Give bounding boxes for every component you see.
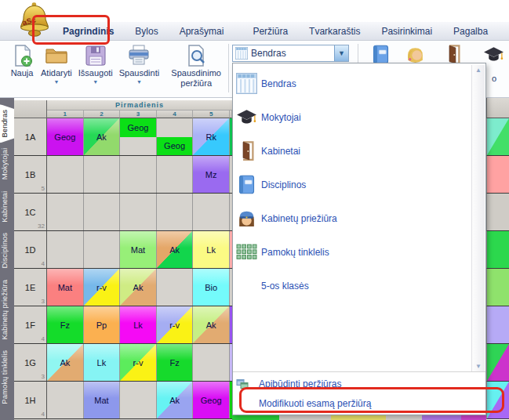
class-row-header[interactable]: 1D4: [14, 231, 47, 268]
timetable-cell[interactable]: Pp: [84, 306, 121, 343]
dropdown-arrow-icon[interactable]: ▼: [93, 79, 98, 85]
timetable-cell[interactable]: r-v: [120, 344, 157, 381]
timetable-cell[interactable]: [120, 382, 157, 418]
lesson-label: Ak: [169, 245, 180, 255]
asc-logo-bell-icon[interactable]: aSc: [16, 1, 53, 40]
timetable-cell[interactable]: [47, 194, 84, 230]
ribbon-tab-pasirinkimai[interactable]: Pasirinkimai: [381, 26, 432, 37]
timetable-cell[interactable]: Mat: [47, 269, 84, 306]
class-row-header[interactable]: 1F4: [14, 306, 47, 343]
timetable-cell[interactable]: [120, 194, 157, 230]
timetable-cell[interactable]: Mz: [193, 156, 230, 193]
timetable-cell[interactable]: [84, 156, 121, 193]
view-option-mokytojai[interactable]: Mokytojai: [233, 100, 470, 134]
printer-icon: [126, 43, 151, 68]
timetable-cell[interactable]: Mat: [120, 231, 157, 268]
timetable-cell[interactable]: Ak: [157, 231, 194, 268]
side-tab-kabinetai[interactable]: Kabinetai: [0, 186, 14, 228]
timetable-cell[interactable]: r-v: [157, 306, 194, 343]
toolbar-button-išsaugoti[interactable]: Išsaugoti▼: [75, 43, 116, 88]
ribbon-tab-peržiūra[interactable]: Peržiūra: [253, 26, 288, 37]
timetable-cell[interactable]: Ak: [157, 382, 194, 418]
timetable-cell[interactable]: Ak: [47, 344, 84, 381]
timetable-cell[interactable]: Mat: [84, 382, 121, 418]
ribbon-tab-aprašymai[interactable]: Aprašymai: [180, 26, 224, 37]
timetable-cell[interactable]: Ak: [84, 118, 121, 155]
side-tab-bendras[interactable]: Bendras: [0, 104, 14, 143]
dropdown-arrow-icon[interactable]: ▼: [53, 79, 59, 85]
timetable-cell[interactable]: Geog: [157, 118, 194, 155]
dropdown-action-modifikuoti-esamą-peržiūrą[interactable]: Modifikuoti esamą peržiūrą: [233, 393, 485, 413]
view-selector-combobox[interactable]: Bendras ▼: [232, 45, 349, 62]
timetable-cell[interactable]: [193, 344, 230, 381]
timetable-cell[interactable]: Ak: [120, 269, 157, 306]
view-option-5-os-klasės[interactable]: 5-os klasės: [233, 269, 470, 302]
class-row-header[interactable]: 1B5: [14, 156, 47, 193]
view-option-bendras[interactable]: Bendras: [233, 67, 470, 100]
dropdown-action-apibūdinti-peržiūras[interactable]: Apibūdinti peržiūras: [233, 374, 485, 393]
timetable-cell[interactable]: [120, 156, 157, 193]
door-icon[interactable]: [442, 44, 464, 65]
toolbar-button-nauja[interactable]: Nauja: [6, 43, 38, 88]
toolbar-button-spausdinimo-peržiūra[interactable]: Spausdinimo peržiūra: [162, 43, 230, 88]
ribbon-tab-bylos[interactable]: Bylos: [135, 26, 158, 37]
timetable-cell[interactable]: [84, 194, 121, 230]
class-row-header[interactable]: 1E3: [14, 269, 47, 306]
subjects-book-icon: [236, 174, 257, 195]
side-tab-mokytojai[interactable]: Mokytojai: [0, 143, 14, 185]
lesson-label: Ak: [206, 320, 216, 330]
timetable-cell[interactable]: [157, 194, 194, 230]
graduation-cap-icon: [236, 107, 257, 128]
timetable-cell[interactable]: [84, 231, 121, 268]
timetable-cell[interactable]: Lk: [120, 306, 157, 343]
scroll-down-arrow-icon[interactable]: ▼: [475, 361, 482, 372]
timetable-cell[interactable]: [157, 269, 194, 306]
graduation-cap-icon[interactable]: [483, 44, 504, 65]
toolbar-button-spausdinti[interactable]: Spausdinti▼: [116, 43, 162, 88]
combobox-dropdown-button[interactable]: ▼: [334, 45, 348, 61]
view-option-kabinetų-priežiūra[interactable]: Kabinetų priežiūra: [233, 201, 470, 235]
timetable-cell[interactable]: Fz: [47, 306, 84, 343]
timetable-cell[interactable]: r-v: [84, 269, 121, 306]
side-tab-pamokų-tinklelis[interactable]: Pamokų tinklelis: [0, 345, 14, 410]
class-row-header[interactable]: 1H4: [14, 382, 47, 418]
dropdown-scrollbar[interactable]: ▲ ▼: [471, 65, 485, 372]
timetable-cell[interactable]: [47, 156, 84, 193]
ribbon-tab-pagalba[interactable]: Pagalba: [453, 26, 488, 37]
scroll-up-arrow-icon[interactable]: ▲: [475, 65, 482, 76]
timetable-cell[interactable]: [47, 382, 84, 418]
timetable-cell[interactable]: Ak: [193, 306, 230, 343]
class-row-header[interactable]: 1C32: [14, 194, 47, 230]
view-option-label: Bendras: [261, 78, 296, 89]
timetable-cell-partial: [486, 344, 509, 382]
timetable-cell[interactable]: Lk: [84, 344, 121, 381]
class-row-header[interactable]: 1G3: [14, 344, 47, 381]
period-number: 5: [193, 110, 230, 118]
subjects-book-icon[interactable]: [370, 44, 391, 65]
timetable-cell[interactable]: Fz: [157, 344, 194, 381]
side-tab-disciplinos[interactable]: Disciplinos: [0, 227, 14, 273]
view-option-kabinetai[interactable]: Kabinetai: [233, 134, 470, 168]
timetable-cell[interactable]: [47, 231, 84, 268]
title-bar: aSc: [0, 0, 509, 22]
ribbon-tab-pagrindinis[interactable]: Pagrindinis: [63, 26, 114, 37]
view-option-disciplinos[interactable]: Disciplinos: [233, 168, 470, 201]
timetable-cell-partial: [386, 415, 422, 420]
timetable-cell[interactable]: Geog: [47, 118, 84, 155]
timetable-cell[interactable]: Geog: [120, 118, 157, 155]
timetable-cell[interactable]: Lk: [193, 231, 230, 268]
timetable-cell[interactable]: [157, 156, 194, 193]
timetable-cell[interactable]: [193, 194, 230, 230]
timetable-cell[interactable]: Bio: [193, 269, 230, 306]
student-icon[interactable]: [405, 44, 426, 65]
timetable-cell[interactable]: Rk: [193, 118, 230, 155]
timetable-cell[interactable]: Geog: [193, 382, 230, 418]
class-row-1c: 1C32: [14, 194, 232, 231]
side-tab-kabinetų-priežiūra[interactable]: Kabinetų priežiūra: [0, 274, 14, 346]
dropdown-arrow-icon[interactable]: ▼: [136, 79, 142, 85]
class-row-header[interactable]: 1A: [14, 118, 47, 155]
open-folder-icon: [44, 43, 69, 68]
view-option-pamokų-tinklelis[interactable]: Pamokų tinklelis: [233, 235, 470, 269]
toolbar-button-atidaryti[interactable]: Atidaryti▼: [38, 43, 75, 88]
ribbon-tab-tvarkaraštis[interactable]: Tvarkaraštis: [309, 26, 360, 37]
